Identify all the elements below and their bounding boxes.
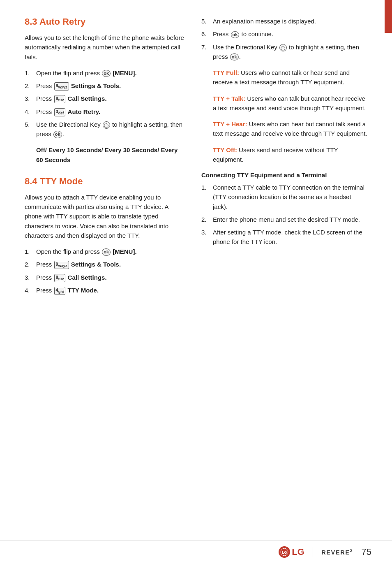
ok-icon: ok — [102, 70, 111, 77]
step-text: Open the flip and press ok [MENU]. — [36, 248, 137, 255]
key-badge: 4ghi — [54, 287, 66, 295]
step-number: 1. — [25, 68, 30, 78]
step-number: 4. — [25, 107, 30, 116]
section-84-description: Allows you to attach a TTY device enabli… — [25, 193, 185, 240]
step-text: Enter the phone menu and set the desired… — [213, 216, 360, 223]
tty-options-block: TTY Full: Users who cannot talk or hear … — [213, 68, 367, 164]
list-item: 4. Press 3def Auto Retry. — [25, 107, 185, 116]
list-item: 2. Press 9wxyz Settings & Tools. — [25, 81, 185, 90]
svg-text:LG: LG — [282, 550, 287, 554]
nav-key-icon: ◯ — [279, 44, 287, 51]
lg-text: LG — [292, 547, 304, 557]
step-number: 5. — [25, 120, 30, 129]
step-text: Press 8tuv Call Settings. — [36, 95, 107, 102]
step-text: Use the Directional Key ◯ to highlight a… — [36, 121, 182, 137]
list-item: 4. Press 4ghi TTY Mode. — [25, 285, 185, 295]
step-number: 4. — [25, 285, 30, 295]
step-number: 2. — [25, 81, 30, 90]
step-text: Use the Directional Key ◯ to highlight a… — [213, 44, 359, 60]
key-badge: 9wxyz — [54, 261, 69, 269]
step-number: 5. — [201, 16, 207, 26]
list-item: 2. Enter the phone menu and set the desi… — [201, 215, 367, 224]
ok-icon: ok — [102, 248, 111, 255]
step-text: After setting a TTY mode, check the LCD … — [213, 229, 362, 245]
step-number: 1. — [201, 183, 207, 192]
step-text: Press 9wxyz Settings & Tools. — [36, 82, 121, 89]
section-83-steps: 1. Open the flip and press ok [MENU]. 2.… — [25, 68, 185, 139]
step-number: 2. — [201, 215, 207, 224]
ok-icon: ok — [231, 31, 240, 38]
list-item: 7. Use the Directional Key ◯ to highligh… — [201, 42, 367, 62]
list-item: 1. Open the flip and press ok [MENU]. — [25, 68, 185, 78]
key-badge: 8tuv — [54, 274, 66, 282]
key-badge: 9wxyz — [54, 82, 69, 90]
list-item: 5. An explanation message is displayed. — [201, 16, 367, 26]
step-text: Open the flip and press ok [MENU]. — [36, 70, 137, 77]
tty-hear-option: TTY + Hear: Users who can hear but canno… — [213, 119, 367, 139]
connecting-steps: 1. Connect a TTY cable to TTY connection… — [201, 183, 367, 247]
section-84-title: 8.4 TTY Mode — [25, 176, 185, 187]
list-item: 5. Use the Directional Key ◯ to highligh… — [25, 120, 185, 139]
key-badge: 3def — [54, 108, 66, 116]
footer: LG LG REVERE2 75 — [0, 540, 392, 558]
list-item: 1. Connect a TTY cable to TTY connection… — [201, 183, 367, 211]
list-item: 3. Press 8tuv Call Settings. — [25, 94, 185, 103]
list-item: 1. Open the flip and press ok [MENU]. — [25, 247, 185, 256]
step-number: 3. — [201, 227, 207, 237]
step-number: 3. — [25, 273, 30, 282]
ok-icon: ok — [53, 131, 62, 138]
red-tab — [385, 0, 392, 33]
key-badge: 8tuv — [54, 95, 66, 103]
right-steps-continued: 5. An explanation message is displayed. … — [201, 16, 367, 61]
step-number: 2. — [25, 260, 30, 269]
step-text: An explanation message is displayed. — [213, 18, 316, 25]
step-text: Press 3def Auto Retry. — [36, 108, 100, 115]
right-column: 5. An explanation message is displayed. … — [197, 16, 367, 541]
step-text: Connect a TTY cable to TTY connection on… — [213, 184, 364, 210]
tty-hear-term: TTY + Hear: — [213, 121, 247, 128]
lg-logo: LG LG — [279, 546, 304, 558]
list-item: 3. Press 8tuv Call Settings. — [25, 273, 185, 282]
step-number: 1. — [25, 247, 30, 256]
section-84-steps: 1. Open the flip and press ok [MENU]. 2.… — [25, 247, 185, 295]
step-text: Press 9wxyz Settings & Tools. — [36, 261, 121, 268]
tty-talk-term: TTY + Talk: — [213, 95, 245, 102]
list-item: 6. Press ok to continue. — [201, 29, 367, 39]
footer-logo: LG LG REVERE2 75 — [279, 546, 371, 558]
connecting-title: Connecting TTY Equipment and a Terminal — [201, 172, 367, 179]
section-83-description: Allows you to set the length of time the… — [25, 33, 185, 62]
lg-svg-icon: LG — [280, 548, 288, 556]
brand-name: REVERE2 — [321, 548, 353, 556]
list-item: 2. Press 9wxyz Settings & Tools. — [25, 260, 185, 269]
auto-retry-options: Off/ Every 10 Seconds/ Every 30 Seconds/… — [36, 145, 185, 165]
left-column: 8.3 Auto Retry Allows you to set the len… — [25, 16, 197, 541]
step-text: Press ok to continue. — [213, 30, 273, 37]
footer-divider — [313, 547, 314, 557]
tty-off-term: TTY Off: — [213, 146, 237, 153]
page: 8.3 Auto Retry Allows you to set the len… — [0, 0, 392, 566]
step-number: 6. — [201, 29, 207, 39]
step-number: 7. — [201, 42, 207, 52]
tty-talk-option: TTY + Talk: Users who can talk but canno… — [213, 94, 367, 113]
nav-key-icon: ◯ — [103, 121, 110, 129]
tty-off-option: TTY Off: Users send and receive without … — [213, 145, 367, 165]
page-number: 75 — [362, 547, 371, 557]
step-text: Press 8tuv Call Settings. — [36, 274, 107, 281]
step-text: Press 4ghi TTY Mode. — [36, 287, 99, 294]
step-number: 3. — [25, 94, 30, 103]
tty-full-option: TTY Full: Users who cannot talk or hear … — [213, 68, 367, 87]
lg-circle-icon: LG — [279, 546, 290, 558]
section-83-title: 8.3 Auto Retry — [25, 16, 185, 27]
tty-full-term: TTY Full: — [213, 69, 239, 76]
ok-icon: ok — [230, 53, 239, 60]
list-item: 3. After setting a TTY mode, check the L… — [201, 227, 367, 247]
